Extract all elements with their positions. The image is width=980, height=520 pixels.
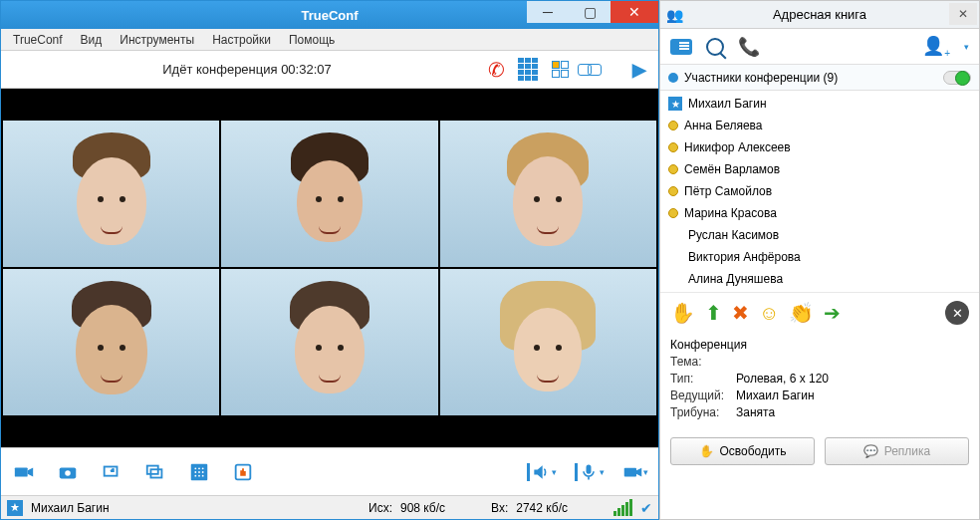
participants-header[interactable]: Участники конференции (9) — [660, 65, 979, 91]
status-dot-icon — [668, 142, 678, 152]
mic-control[interactable]: ▾ — [575, 462, 605, 482]
raise-hand-icon[interactable]: ✋ — [670, 301, 695, 325]
svg-point-7 — [194, 467, 196, 469]
add-user-icon[interactable]: 👤+ — [922, 35, 950, 59]
camera-toggle-icon[interactable]: ▾ — [622, 459, 648, 485]
outgoing-value: 908 кб/с — [400, 501, 445, 515]
card-icon[interactable] — [670, 39, 692, 55]
window-maximize-button[interactable]: ▢ — [569, 1, 611, 23]
svg-point-10 — [194, 471, 196, 473]
layout-icon[interactable] — [549, 59, 571, 81]
camera-icon[interactable] — [11, 459, 37, 485]
list-item[interactable]: Алина Дуняшева — [660, 268, 979, 290]
video-cell-4[interactable] — [3, 269, 219, 415]
phone-folder-icon[interactable]: 📞 — [738, 36, 760, 58]
smile-icon[interactable]: ☺ — [759, 302, 779, 325]
hangup-icon[interactable]: ✆ — [485, 59, 507, 81]
video-cell-5[interactable] — [221, 269, 437, 415]
shield-icon: ✔ — [640, 500, 652, 516]
list-item[interactable]: Руслан Касимов — [660, 224, 979, 246]
share-screen-icon[interactable] — [99, 459, 124, 485]
replica-button[interactable]: 💬Реплика — [825, 437, 969, 465]
status-dot-icon — [668, 208, 678, 218]
status-dot-icon — [668, 164, 678, 174]
main-window: TrueConf ─ ▢ ✕ TrueConf Вид Инструменты … — [0, 0, 659, 520]
status-dot-icon — [668, 186, 678, 196]
menu-settings[interactable]: Настройки — [204, 31, 279, 49]
bottom-toolbar: ▾ ▾ ▾ — [1, 447, 658, 495]
hand-icon: ✋ — [699, 444, 714, 458]
list-item[interactable]: Анна Беляева — [660, 115, 979, 136]
participants-grid-icon[interactable] — [186, 459, 212, 485]
list-item[interactable]: Пётр Самойлов — [660, 180, 979, 202]
speaker-control[interactable]: ▾ — [527, 462, 557, 482]
raise-hand-icon[interactable] — [230, 459, 256, 485]
svg-point-11 — [198, 471, 200, 473]
cancel-icon[interactable]: ✕ — [945, 301, 969, 325]
snapshot-icon[interactable] — [55, 459, 81, 485]
arrow-up-icon[interactable]: ⬆ — [705, 301, 722, 325]
list-item[interactable]: Никифор Алексеев — [660, 136, 979, 158]
search-icon[interactable] — [706, 38, 724, 56]
svg-rect-0 — [15, 467, 28, 476]
people-icon: 👥 — [666, 7, 683, 23]
menu-view[interactable]: Вид — [73, 31, 111, 49]
video-cell-1[interactable]: ★ — [3, 121, 219, 267]
status-dot-icon — [668, 121, 678, 130]
chevron-down-icon: ▾ — [643, 467, 648, 477]
menu-trueconf[interactable]: TrueConf — [5, 31, 71, 49]
participants-header-text: Участники конференции (9) — [684, 71, 838, 85]
video-cell-2[interactable] — [221, 121, 437, 267]
side-close-button[interactable]: ✕ — [949, 3, 977, 25]
window-minimize-button[interactable]: ─ — [527, 1, 569, 23]
chevron-down-icon: ▾ — [600, 467, 605, 477]
address-book-panel: 👥 Адресная книга ✕ 📞 👤+ ▾ Участники конф… — [659, 0, 980, 520]
titlebar: TrueConf ─ ▢ ✕ — [1, 1, 658, 29]
blue-dot-icon — [668, 73, 678, 83]
svg-point-2 — [65, 470, 71, 476]
menu-tools[interactable]: Инструменты — [112, 31, 202, 49]
keypad-icon[interactable] — [517, 59, 539, 81]
star-icon: ★ — [668, 97, 682, 111]
signal-icon — [613, 499, 632, 516]
reject-icon[interactable]: ✖ — [732, 301, 749, 325]
applause-icon[interactable]: 👏 — [789, 301, 814, 325]
exit-icon[interactable]: ➔ — [824, 301, 841, 325]
chat-icon[interactable] — [581, 59, 603, 81]
list-item[interactable]: Марина Красова — [660, 202, 979, 224]
free-button[interactable]: ✋Освободить — [670, 437, 815, 465]
conference-status: Идёт конференция 00:32:07 — [9, 62, 485, 77]
video-area: ★ — [1, 89, 658, 447]
current-user: Михаил Багин — [31, 501, 110, 515]
list-item[interactable]: ★Михаил Багин — [660, 93, 979, 115]
side-titlebar: 👥 Адресная книга ✕ — [660, 1, 979, 29]
statusbar: ★ Михаил Багин Исх: 908 кб/с Вх: 2742 кб… — [1, 495, 658, 519]
svg-point-15 — [202, 474, 204, 476]
svg-point-9 — [202, 467, 204, 469]
svg-point-8 — [198, 467, 200, 469]
video-cell-3[interactable] — [440, 121, 656, 267]
info-heading: Конференция — [670, 337, 969, 354]
svg-point-14 — [198, 474, 200, 476]
toggle-switch[interactable] — [943, 71, 971, 85]
side-title: Адресная книга — [660, 7, 979, 22]
side-toolbar: 📞 👤+ ▾ — [660, 29, 979, 65]
toolbar: Идёт конференция 00:32:07 ✆ ▶ — [1, 51, 658, 89]
list-item[interactable]: Семён Варламов — [660, 158, 979, 180]
svg-point-13 — [194, 474, 196, 476]
video-cell-6[interactable] — [440, 269, 656, 415]
chevron-down-icon[interactable]: ▾ — [964, 42, 969, 52]
incoming-value: 2742 кб/с — [516, 501, 568, 515]
next-icon[interactable]: ▶ — [628, 59, 650, 81]
svg-point-12 — [202, 471, 204, 473]
menu-help[interactable]: Помощь — [281, 31, 343, 49]
outgoing-label: Исх: — [368, 501, 392, 515]
reaction-row: ✋ ⬆ ✖ ☺ 👏 ➔ ✕ — [660, 292, 979, 333]
presentation-icon[interactable] — [142, 459, 168, 485]
conference-info: Конференция Тема: Тип:Ролевая, 6 x 120 В… — [660, 333, 979, 431]
chevron-down-icon: ▾ — [552, 467, 557, 477]
incoming-label: Вх: — [491, 501, 508, 515]
svg-rect-17 — [587, 464, 592, 473]
list-item[interactable]: Виктория Анфёрова — [660, 246, 979, 268]
window-close-button[interactable]: ✕ — [611, 1, 658, 23]
